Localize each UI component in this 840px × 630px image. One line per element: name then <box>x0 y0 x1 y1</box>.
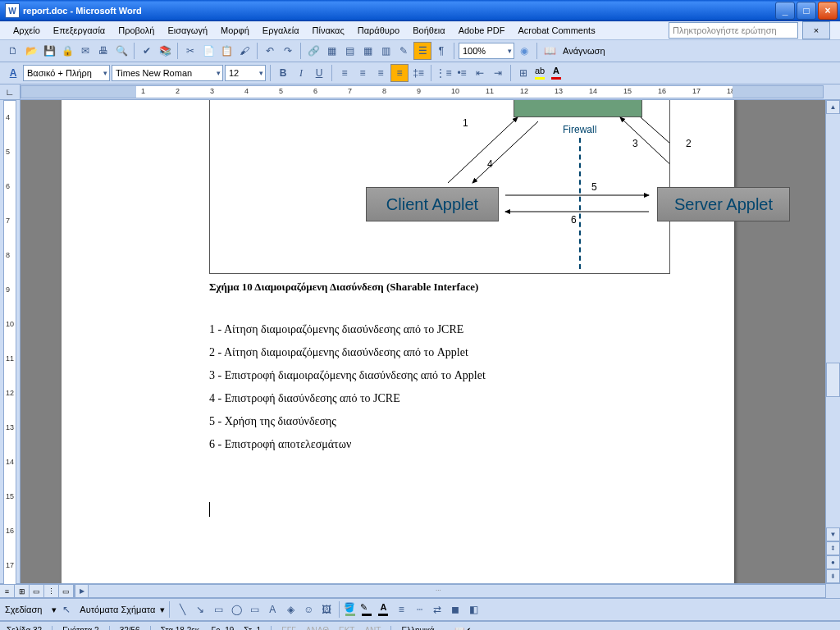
research-icon[interactable]: 📚 <box>157 43 173 59</box>
print-icon[interactable]: 🖶 <box>95 43 112 59</box>
email-icon[interactable]: ✉ <box>77 43 94 59</box>
draw-menu[interactable]: Σχεδίαση <box>5 605 50 614</box>
next-page-icon[interactable]: ⇟ <box>826 569 840 583</box>
line-color-icon[interactable]: ✎ <box>360 602 375 617</box>
hyperlink-icon[interactable]: 🔗 <box>305 43 322 59</box>
copy-icon[interactable]: 📄 <box>200 43 217 59</box>
italic-icon[interactable]: I <box>293 65 309 81</box>
line-icon[interactable]: ╲ <box>174 601 190 618</box>
menu-acrobat[interactable]: Acrobat Comments <box>512 24 602 37</box>
spellcheck-icon[interactable]: ✔ <box>139 43 155 59</box>
menu-table[interactable]: Πίνακας <box>306 24 351 37</box>
align-left-icon[interactable]: ≡ <box>336 65 353 81</box>
browse-object-icon[interactable]: ● <box>826 555 840 569</box>
h-grip[interactable]: ∙∙∙ <box>436 587 441 594</box>
outdent-icon[interactable]: ⇤ <box>472 65 488 81</box>
status-ovr[interactable]: ΑΝΤ <box>364 626 391 631</box>
oval-icon[interactable]: ◯ <box>228 601 244 618</box>
rect-icon[interactable]: ▭ <box>210 601 226 618</box>
insert-table-icon[interactable]: ▤ <box>341 43 358 59</box>
textbox-icon[interactable]: ▭ <box>246 601 262 618</box>
font-color-icon[interactable]: A <box>550 66 564 80</box>
docmap-icon[interactable]: ☰ <box>413 42 431 60</box>
menu-tools[interactable]: Εργαλεία <box>256 24 306 37</box>
normal-view-icon[interactable]: ≡ <box>0 584 15 598</box>
styles-pane-icon[interactable]: A <box>5 65 21 81</box>
menu-insert[interactable]: Εισαγωγή <box>161 24 214 37</box>
bullets-icon[interactable]: •≡ <box>454 65 470 81</box>
close-button[interactable]: × <box>818 2 838 20</box>
text-color-icon[interactable]: A <box>377 602 391 617</box>
reading-view-icon[interactable]: ▭ <box>58 584 74 598</box>
3d-icon[interactable]: ◧ <box>465 601 482 618</box>
menu-window[interactable]: Παράθυρο <box>351 24 406 37</box>
picture-icon[interactable]: 🖼 <box>318 601 335 618</box>
status-trk[interactable]: ΑΝΑΘ <box>306 626 329 631</box>
size-combo[interactable]: 12 <box>225 65 266 81</box>
line-weight-icon[interactable]: ≡ <box>393 601 409 618</box>
prev-page-icon[interactable]: ⇞ <box>826 541 840 555</box>
tables-borders-icon[interactable]: ▦ <box>323 43 340 59</box>
status-rec[interactable]: ΕΓΓ <box>281 626 296 631</box>
diagram-icon[interactable]: ◈ <box>282 601 299 618</box>
scroll-right-icon[interactable]: ▶ <box>75 584 89 598</box>
help-search-input[interactable] <box>669 22 798 39</box>
ruler-horizontal[interactable]: ∟ 321123456789101112131415161718 <box>0 84 840 100</box>
cut-icon[interactable]: ✂ <box>182 43 199 59</box>
fill-color-icon[interactable]: 🪣 <box>344 602 358 617</box>
status-ext[interactable]: ΕΚΤ <box>339 626 354 631</box>
drawing-icon[interactable]: ✎ <box>395 43 412 59</box>
preview-icon[interactable]: 🔍 <box>113 43 130 59</box>
new-doc-icon[interactable]: 🗋 <box>5 43 21 59</box>
open-icon[interactable]: 📂 <box>23 43 39 59</box>
numbering-icon[interactable]: ⋮≡ <box>436 65 452 81</box>
menu-file[interactable]: Αρχείο <box>7 24 47 37</box>
arrow-style-icon[interactable]: ⇄ <box>429 601 445 618</box>
wordart-icon[interactable]: A <box>264 601 281 618</box>
align-justify-icon[interactable]: ≡ <box>390 64 409 82</box>
scroll-down-icon[interactable]: ▼ <box>826 527 840 541</box>
save-icon[interactable]: 💾 <box>41 43 57 59</box>
undo-icon[interactable]: ↶ <box>262 43 278 59</box>
font-combo[interactable]: Times New Roman <box>112 65 223 81</box>
status-spell-icon[interactable]: 📖✔ <box>454 626 471 631</box>
arrow-icon[interactable]: ↘ <box>192 601 208 618</box>
menu-edit[interactable]: Επεξεργασία <box>47 24 112 37</box>
document-area[interactable]: Firewall Client Applet Server Applet 1 4… <box>21 100 825 583</box>
scrollbar-vertical[interactable]: ▲ ▼ ⇞ ● ⇟ <box>825 100 840 583</box>
shadow-icon[interactable]: ◼ <box>447 601 463 618</box>
redo-icon[interactable]: ↷ <box>280 43 296 59</box>
read-icon[interactable]: 📖 <box>541 43 558 59</box>
dash-icon[interactable]: ┄ <box>411 601 427 618</box>
autoshapes-menu[interactable]: Αυτόματα Σχήματα <box>76 605 158 614</box>
line-spacing-icon[interactable]: ‡≡ <box>410 65 427 81</box>
minimize-button[interactable]: _ <box>775 2 795 20</box>
excel-icon[interactable]: ▦ <box>359 43 376 59</box>
menu-close-icon[interactable]: × <box>802 21 830 39</box>
permission-icon[interactable]: 🔒 <box>59 43 75 59</box>
columns-icon[interactable]: ▥ <box>377 43 394 59</box>
indent-icon[interactable]: ⇥ <box>490 65 506 81</box>
select-icon[interactable]: ↖ <box>58 601 75 618</box>
paste-icon[interactable]: 📋 <box>218 43 235 59</box>
web-view-icon[interactable]: ⊞ <box>14 584 30 598</box>
print-view-icon[interactable]: ▭ <box>29 584 44 598</box>
align-center-icon[interactable]: ≡ <box>354 65 371 81</box>
help-icon[interactable]: ◉ <box>516 43 532 59</box>
borders-icon[interactable]: ⊞ <box>515 65 532 81</box>
format-painter-icon[interactable]: 🖌 <box>236 43 253 59</box>
underline-icon[interactable]: U <box>311 65 327 81</box>
align-right-icon[interactable]: ≡ <box>372 65 389 81</box>
highlight-color-icon[interactable]: ab <box>533 66 548 80</box>
ruler-vertical[interactable]: 4567891011121314151617 <box>0 100 21 583</box>
bold-icon[interactable]: B <box>275 65 291 81</box>
read-button[interactable]: Ανάγνωση <box>559 46 609 56</box>
style-combo[interactable]: Βασικό + Πλήρη <box>23 65 110 81</box>
zoom-combo[interactable]: 100% <box>459 43 514 59</box>
menu-help[interactable]: Βοήθεια <box>406 24 451 37</box>
maximize-button[interactable]: □ <box>797 2 816 20</box>
menu-view[interactable]: Προβολή <box>112 24 161 37</box>
menu-adobepdf[interactable]: Adobe PDF <box>452 24 512 37</box>
scroll-up-icon[interactable]: ▲ <box>826 100 840 114</box>
clipart-icon[interactable]: ☺ <box>300 601 317 618</box>
